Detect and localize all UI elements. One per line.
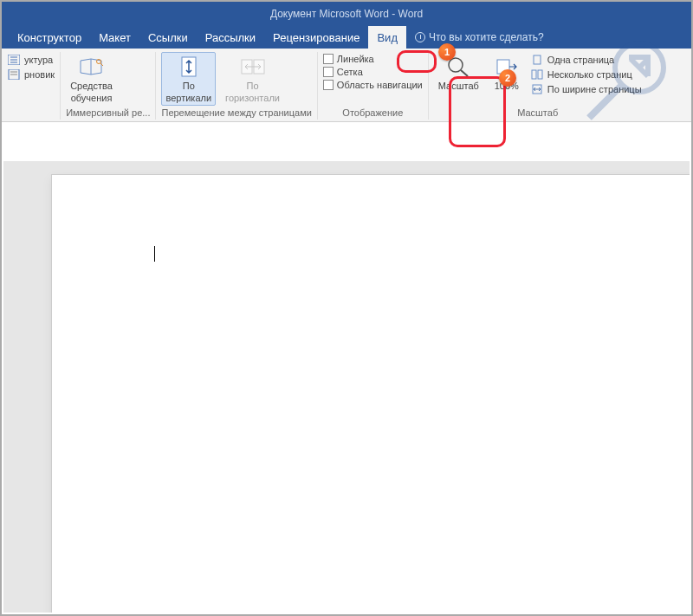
tab-recenzirovanie[interactable]: Рецензирование <box>264 26 368 49</box>
structure-icon <box>7 54 21 66</box>
lightbulb-icon <box>415 32 425 42</box>
checkbox-icon <box>323 67 334 77</box>
svg-point-13 <box>449 58 463 72</box>
svg-line-14 <box>461 70 468 76</box>
learning-tools-label-1: Средства <box>70 81 113 91</box>
page-horizontal-label-1: По <box>247 81 259 91</box>
page-vertical-label-1: По <box>183 81 195 91</box>
checkbox-ruler-label: Линейка <box>337 54 374 64</box>
tell-me-label: Что вы хотите сделать? <box>429 31 544 43</box>
group-show-title: Отображение <box>323 107 423 118</box>
group-views-title <box>7 107 55 118</box>
tab-ssylki[interactable]: Ссылки <box>139 26 197 49</box>
view-draft[interactable]: рновик <box>7 68 55 81</box>
page-vertical-label-2: вертикали <box>165 93 211 103</box>
checkbox-gridlines-label: Сетка <box>337 67 363 77</box>
callout-badge-1: 1 <box>438 43 456 61</box>
group-pagemove-title: Перемещение между страницами <box>161 107 311 118</box>
page-horizontal-button[interactable]: По горизонтали <box>221 52 284 106</box>
checkbox-navpane-label: Область навигации <box>337 80 423 90</box>
tab-konstruktor[interactable]: Конструктор <box>9 26 90 49</box>
learning-tools-label-2: обучения <box>71 93 113 103</box>
svg-rect-18 <box>538 70 542 79</box>
zoom-page-width-label: По ширине страницы <box>547 84 642 94</box>
multi-pages-icon <box>530 68 544 81</box>
titlebar-text: Документ Microsoft Word - Word <box>270 8 423 20</box>
learning-tools-button[interactable]: Средства обучения <box>66 52 117 106</box>
one-page-icon <box>530 54 544 66</box>
page-vertical-icon <box>175 55 203 79</box>
learning-tools-icon <box>77 55 105 79</box>
zoom-one-page[interactable]: Одна страница <box>530 54 642 66</box>
page-horizontal-icon <box>239 55 267 79</box>
checkbox-icon <box>323 54 334 64</box>
group-immersive-title: Иммерсивный ре... <box>66 107 150 118</box>
checkbox-ruler[interactable]: Линейка <box>323 54 423 64</box>
ribbon-tabs: Конструктор Макет Ссылки Рассылки Реценз… <box>2 26 691 49</box>
text-cursor <box>154 246 155 262</box>
view-structure[interactable]: уктура <box>7 54 55 66</box>
page-vertical-button[interactable]: По вертикали <box>161 52 216 106</box>
zoom-button-label: Масштаб <box>438 81 479 91</box>
tab-rassylki[interactable]: Рассылки <box>197 26 264 49</box>
document-page[interactable] <box>52 175 690 613</box>
svg-rect-16 <box>534 55 541 64</box>
draft-icon <box>7 68 21 81</box>
checkbox-navpane[interactable]: Область навигации <box>323 80 423 90</box>
callout-badge-2: 2 <box>499 69 516 87</box>
page-width-icon <box>530 83 544 95</box>
tab-vid[interactable]: Вид <box>368 26 406 49</box>
group-zoom-title: Масштаб <box>434 107 642 118</box>
tell-me[interactable]: Что вы хотите сделать? <box>406 26 553 49</box>
zoom-page-width[interactable]: По ширине страницы <box>530 83 642 95</box>
titlebar: Документ Microsoft Word - Word <box>2 2 691 26</box>
view-structure-label: уктура <box>24 55 53 65</box>
ribbon: уктура рновик <box>2 49 691 122</box>
view-draft-label: рновик <box>24 69 55 80</box>
zoom-multi-pages[interactable]: Несколько страниц <box>530 68 642 81</box>
checkbox-icon <box>323 80 334 90</box>
page-horizontal-label-2: горизонтали <box>225 93 280 103</box>
svg-rect-17 <box>532 70 536 79</box>
document-area[interactable] <box>3 161 690 613</box>
zoom-multi-pages-label: Несколько страниц <box>547 69 632 80</box>
zoom-one-page-label: Одна страница <box>547 55 614 65</box>
checkbox-gridlines[interactable]: Сетка <box>323 67 423 77</box>
tab-maket[interactable]: Макет <box>90 26 139 49</box>
